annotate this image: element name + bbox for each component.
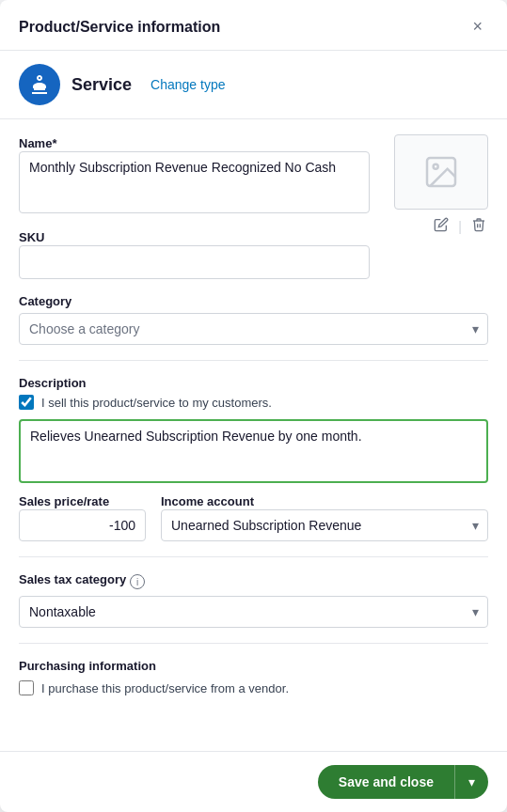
- income-account-select[interactable]: Unearned Subscription Revenue: [161, 509, 488, 541]
- name-column: Name* SKU: [19, 134, 370, 279]
- product-service-modal: Product/Service information × Service Ch…: [0, 0, 507, 812]
- modal-title: Product/Service information: [19, 19, 220, 36]
- image-actions: |: [432, 215, 488, 238]
- modal-header: Product/Service information ×: [0, 0, 507, 50]
- sku-label: SKU: [19, 230, 44, 244]
- sku-input[interactable]: [19, 245, 370, 279]
- description-textarea[interactable]: [19, 419, 488, 483]
- sales-price-input[interactable]: [19, 509, 146, 541]
- purchase-checkbox[interactable]: [19, 680, 34, 695]
- image-column: |: [385, 134, 488, 238]
- income-account-select-wrapper: Unearned Subscription Revenue ▾: [161, 509, 488, 541]
- modal-footer: Save and close ▾: [0, 751, 507, 812]
- sales-tax-select[interactable]: Nontaxable: [19, 596, 488, 628]
- name-label: Name*: [19, 136, 56, 150]
- income-column: Income account Unearned Subscription Rev…: [161, 492, 488, 541]
- close-button[interactable]: ×: [467, 15, 488, 39]
- description-label: Description: [19, 376, 488, 390]
- category-group: Category Choose a category ▾: [19, 294, 488, 345]
- sales-tax-info-icon[interactable]: i: [130, 574, 145, 589]
- purchase-checkbox-row: I purchase this product/service from a v…: [19, 680, 488, 695]
- income-account-label: Income account: [161, 494, 254, 508]
- service-type-row: Service Change type: [0, 51, 507, 118]
- delete-image-button[interactable]: [469, 215, 488, 238]
- name-input[interactable]: [19, 151, 370, 213]
- category-label: Category: [19, 294, 488, 308]
- sell-checkbox-row: I sell this product/service to my custom…: [19, 395, 488, 410]
- purchase-checkbox-label: I purchase this product/service from a v…: [41, 681, 289, 695]
- sales-tax-label: Sales tax category: [19, 572, 126, 586]
- category-select[interactable]: Choose a category: [19, 313, 488, 345]
- service-svg-icon: [28, 73, 51, 96]
- description-group: Description I sell this product/service …: [19, 376, 488, 483]
- sales-tax-select-wrapper: Nontaxable ▾: [19, 596, 488, 628]
- form-body: Name* SKU: [0, 119, 507, 751]
- price-income-row: Sales price/rate Income account Unearned…: [19, 492, 488, 541]
- image-placeholder: [394, 134, 488, 210]
- category-select-wrapper: Choose a category ▾: [19, 313, 488, 345]
- service-type-label: Service: [71, 75, 132, 95]
- purchasing-label: Purchasing information: [19, 659, 488, 673]
- save-dropdown-icon: ▾: [468, 774, 475, 789]
- name-image-row: Name* SKU: [19, 134, 488, 279]
- change-type-link[interactable]: Change type: [151, 77, 225, 92]
- sales-tax-label-row: Sales tax category i: [19, 572, 488, 591]
- save-dropdown-button[interactable]: ▾: [455, 765, 488, 799]
- sales-tax-group: Sales tax category i Nontaxable ▾: [19, 572, 488, 628]
- purchasing-group: Purchasing information I purchase this p…: [19, 659, 488, 705]
- sales-price-label: Sales price/rate: [19, 494, 109, 508]
- service-icon: [19, 64, 60, 105]
- edit-image-button[interactable]: [432, 215, 451, 238]
- section-divider-2: [19, 556, 488, 557]
- action-divider: |: [458, 219, 462, 234]
- image-icon: [422, 153, 460, 191]
- section-divider-3: [19, 643, 488, 644]
- sell-checkbox-label: I sell this product/service to my custom…: [41, 396, 272, 410]
- section-divider-1: [19, 360, 488, 361]
- save-button-group: Save and close ▾: [318, 765, 488, 799]
- svg-point-1: [434, 164, 438, 169]
- pencil-icon: [434, 217, 449, 232]
- trash-icon: [471, 217, 486, 232]
- save-and-close-button[interactable]: Save and close: [318, 765, 455, 799]
- sell-checkbox[interactable]: [19, 395, 34, 410]
- price-column: Sales price/rate: [19, 492, 146, 541]
- sku-group: SKU: [19, 228, 370, 279]
